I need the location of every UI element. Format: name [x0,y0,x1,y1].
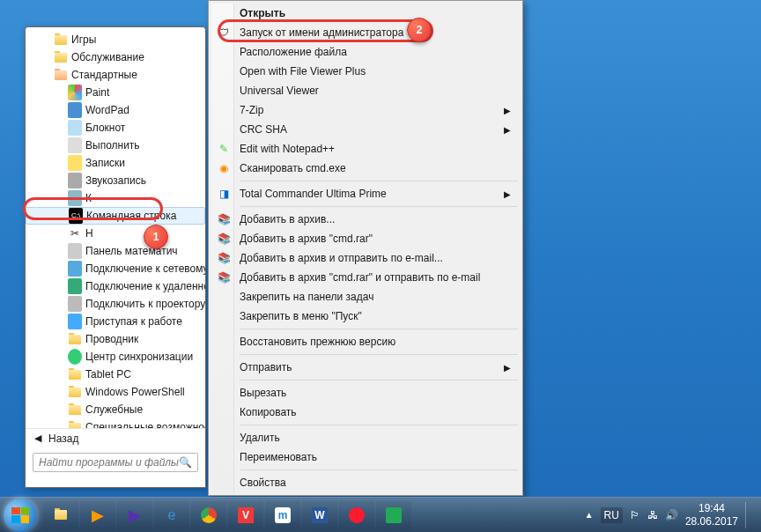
ctx-pin-start[interactable]: Закрепить в меню "Пуск" [211,307,520,326]
label: WordPad [85,104,129,116]
search-input[interactable] [39,456,179,469]
ie-icon: e [168,507,176,523]
taskbar: ▶ ▶ e V m W ▲ RU 🏳 🖧 🔊 19:44 28.06.2017 [0,497,761,532]
opera-icon [349,507,365,523]
label: Н [85,227,93,240]
explorer-icon [68,332,82,346]
shield-icon: 🛡 [217,26,231,40]
program-mathinput[interactable]: Панель математич [26,242,205,260]
language-indicator[interactable]: RU [601,507,623,523]
program-netconn[interactable]: Подключение к сетевому [26,260,205,277]
folder-tabletpc[interactable]: Tablet PC [26,366,205,383]
ctx-restore[interactable]: Восстановить прежнюю версию [211,332,520,351]
ctx-file-location[interactable]: Расположение файла [211,42,520,62]
action-center-icon[interactable]: 🏳 [630,509,640,521]
context-menu: Открыть 🛡Запуск от имени администратора … [208,0,523,496]
label: Paint [85,86,109,99]
search-box[interactable]: 🔍 [33,453,198,472]
ctx-fileviewer[interactable]: Open with File Viewer Plus [211,62,520,81]
ctx-rar-add[interactable]: 📚Добавить в архив... [211,210,520,229]
ctx-rar-emailname[interactable]: 📚Добавить в архив "cmd.rar" и отправить … [211,268,520,287]
program-cmd[interactable]: C:\Командная строка [26,207,205,225]
ctx-properties[interactable]: Свойства [211,473,520,492]
taskbar-ie[interactable]: e [154,501,189,529]
taskbar-vivaldi[interactable]: V [228,501,263,529]
tray-expand-icon[interactable]: ▲ [585,510,594,520]
ctx-copy[interactable]: Копировать [211,403,520,422]
folder-games[interactable]: Игры [26,31,205,48]
ctx-run-as-admin[interactable]: 🛡Запуск от имени администратора [211,23,520,42]
program-stickynotes[interactable]: Записки [26,154,205,172]
program-soundrec[interactable]: Звукозапись [26,172,205,189]
chrome-icon [201,507,217,523]
taskbar-explorer[interactable] [43,501,78,529]
taskbar-word[interactable]: W [302,501,337,529]
folder-accessories[interactable]: Стандартные [26,66,205,84]
ctx-universalviewer[interactable]: Universal Viewer [211,81,520,100]
program-wordpad[interactable]: WordPad [26,101,205,119]
volume-icon[interactable]: 🔊 [665,509,678,521]
separator [240,354,518,355]
folder-maintenance[interactable]: Обслуживание [26,48,205,66]
program-truncated1[interactable]: К [26,189,205,207]
program-gettingstarted[interactable]: Приступая к работе [26,313,205,330]
ctx-delete[interactable]: Удалить [211,428,520,447]
system-tray: ▲ RU 🏳 🖧 🔊 19:44 28.06.2017 [585,502,757,528]
ctx-sendto[interactable]: Отправить▶ [211,358,520,377]
taskbar-app1[interactable]: ▶ [117,501,152,529]
ctx-scan[interactable]: ◉Сканировать cmd.exe [211,159,520,178]
ctx-open[interactable]: Открыть [211,4,520,23]
folder-systools[interactable]: Служебные [26,401,205,418]
tc-icon: ◨ [217,187,231,201]
separator [240,469,518,470]
ctx-rar-email[interactable]: 📚Добавить в архив и отправить по e-mail.… [211,248,520,268]
separator [240,425,518,425]
media-icon: ▶ [92,506,104,525]
program-projector[interactable]: Подключить к проектору [26,295,205,313]
label: Стандартные [71,69,137,81]
network-tray-icon[interactable]: 🖧 [647,509,658,521]
scissors-icon: ✂ [68,226,82,240]
calculator-icon [68,191,82,205]
label: Подключить к проектору [85,298,205,310]
taskbar-wmp[interactable]: ▶ [80,501,115,529]
program-notepad[interactable]: Блокнот [26,119,205,137]
ctx-pin-taskbar[interactable]: Закрепить на панели задач [211,287,520,307]
annotation-badge-1: 1 [144,225,168,249]
program-explorer[interactable]: Проводник [26,330,205,348]
taskbar-opera[interactable] [339,501,374,529]
mic-icon [68,174,82,188]
ctx-crcsha[interactable]: CRC SHA▶ [211,120,520,139]
folder-powershell[interactable]: Windows PowerShell [26,383,205,401]
back-button[interactable]: ◀Назад [26,428,205,447]
program-rdp[interactable]: Подключение к удаленно [26,277,205,295]
label: Звукозапись [85,174,146,187]
folder-accessibility[interactable]: Специальные возможност [26,418,205,428]
program-paint[interactable]: Paint [26,84,205,101]
sync-icon [68,350,82,364]
taskbar-chrome[interactable] [191,501,226,529]
submenu-arrow-icon: ▶ [504,363,511,373]
ctx-totalcmd[interactable]: ◨Total Commander Ultima Prime▶ [211,184,520,203]
program-run[interactable]: Выполнить [26,137,205,154]
label: Игры [71,33,96,46]
ctx-rar-addname[interactable]: 📚Добавить в архив "cmd.rar" [211,229,520,248]
clock[interactable]: 19:44 28.06.2017 [685,502,738,528]
play-icon: ▶ [129,506,141,525]
start-menu: Игры Обслуживание Стандартные Paint Word… [25,26,206,488]
taskbar-taskmgr[interactable] [376,501,411,529]
taskbar-maxthon[interactable]: m [265,501,300,529]
vivaldi-icon: V [238,507,254,523]
program-truncated2[interactable]: ✂Н [26,225,205,242]
run-icon [68,138,82,152]
show-desktop[interactable] [745,502,752,528]
label: Подключение к сетевому [85,262,205,275]
search-icon: 🔍 [179,456,192,469]
ctx-7zip[interactable]: 7-Zip▶ [211,100,520,120]
ctx-rename[interactable]: Переименовать [211,447,520,467]
ctx-notepadpp[interactable]: ✎Edit with Notepad++ [211,139,520,159]
ctx-cut[interactable]: Вырезать [211,383,520,403]
start-button[interactable] [4,499,37,532]
back-label: Назад [48,432,78,445]
program-synccenter[interactable]: Центр синхронизации [26,348,205,366]
